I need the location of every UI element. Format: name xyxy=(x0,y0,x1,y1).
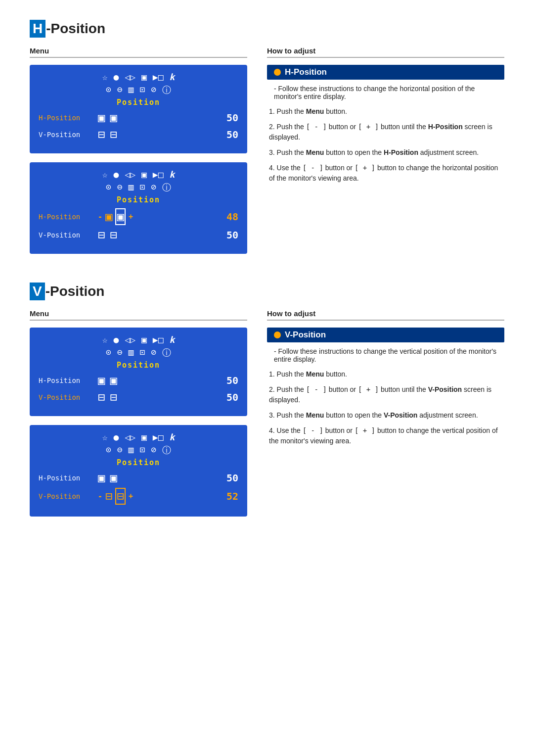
h-step2: 2. Push the [ - ] button or [ + ] button… xyxy=(267,122,504,142)
icon-vpos-left: ⊟ xyxy=(98,128,105,142)
v-step1: 1. Push the Menu button. xyxy=(267,369,504,379)
icon-triangle-v2: ◁▷ xyxy=(125,432,135,442)
v-screen2-v-label: V-Position xyxy=(39,492,98,500)
v-howto-title: V-Position xyxy=(285,330,326,340)
icon-ring-v1: ⊙ xyxy=(106,347,111,359)
icon-hpos2-left: ▣ xyxy=(105,210,112,224)
h-screen1-h-value: 50 xyxy=(223,112,238,124)
icon-hpos2-right: ▣ xyxy=(115,208,125,225)
icon-rect1: ▣ xyxy=(141,72,147,82)
h-screen2-h-label: H-Position xyxy=(39,213,98,221)
h-position-section: H -Position Menu ☆ ● ◁▷ ▣ ▶□ k ⊙ ⊖ ▥ xyxy=(30,20,504,263)
v-step2-bracket2: [ + ] xyxy=(358,385,379,393)
h-step3-bold2: H-Position xyxy=(384,148,418,156)
h-screen2: ☆ ● ◁▷ ▣ ▶□ k ⊙ ⊖ ▥ ⊡ ⊘ ⓘ Position H xyxy=(30,162,247,254)
h-screen1-h-label: H-Position xyxy=(39,114,98,122)
h-rest: -Position xyxy=(46,21,105,37)
h-highlight: H xyxy=(30,20,45,38)
v-screen1-v-value: 50 xyxy=(223,391,238,403)
icon-hpos-left: ▣ xyxy=(98,111,105,125)
icon-ring: ⊙ xyxy=(106,84,111,96)
h-howto-col: How to adjust H-Position - Follow these … xyxy=(267,47,504,263)
icon-grid2: ▥ xyxy=(129,182,134,193)
v-screen2-h-value: 50 xyxy=(223,472,238,484)
v-screen1-v-label: V-Position xyxy=(39,393,98,401)
v-screen1-h-label: H-Position xyxy=(39,377,98,384)
v-howto-title-bar: V-Position xyxy=(267,328,504,342)
h-menu-header: Menu xyxy=(30,47,247,58)
icon-contrast-v1: ● xyxy=(113,334,119,345)
h-screen1-v-icons: ⊟ ⊟ xyxy=(98,128,223,142)
h-step4: 4. Use the [ - ] button or [ + ] button … xyxy=(267,163,504,184)
icon-k-v1: k xyxy=(170,334,175,345)
h-howto-desc: - Follow these instructions to change th… xyxy=(267,85,504,100)
icon-smile: ⊖ xyxy=(117,84,123,96)
icon-k-v2: k xyxy=(170,432,175,442)
icon-triangle-v1: ◁▷ xyxy=(125,334,135,345)
icon-vpos-right: ⊟ xyxy=(110,128,117,142)
v-screen1-v-icons: ⊟ ⊟ xyxy=(98,390,223,404)
h-howto-title: H-Position xyxy=(285,67,327,77)
icon-hpos-v2-left: ▣ xyxy=(98,471,105,485)
v-step2-bracket1: [ - ] xyxy=(306,385,327,393)
icon-info-v2: ⓘ xyxy=(162,444,171,456)
h-screen2-h-row: H-Position - ▣ ▣ + 48 xyxy=(39,208,238,225)
icon-triangle: ◁▷ xyxy=(125,72,135,82)
v-howto-col: How to adjust V-Position - Follow these … xyxy=(267,309,504,525)
v-screen1-icons-row1: ☆ ● ◁▷ ▣ ▶□ k xyxy=(39,334,238,345)
v-rest: -Position xyxy=(45,284,105,299)
h-howto-header: How to adjust xyxy=(267,47,504,58)
icon-sun-v1: ☆ xyxy=(102,334,108,345)
h-howto-title-bar: H-Position xyxy=(267,65,504,80)
v-howto-desc: - Follow these instructions to change th… xyxy=(267,347,504,363)
icon-square: ⊡ xyxy=(139,84,145,96)
v-position-title: V -Position xyxy=(30,283,504,300)
v-step3-bold1: Menu xyxy=(306,411,324,419)
v-screen1-h-icons: ▣ ▣ xyxy=(98,374,223,387)
v-screen1-h-value: 50 xyxy=(223,375,238,386)
icon-smile-v1: ⊖ xyxy=(117,347,123,359)
h-screen2-h-value: 48 xyxy=(223,211,238,223)
v-menu-col: Menu ☆ ● ◁▷ ▣ ▶□ k ⊙ ⊖ ▥ ⊡ ⊘ ⓘ xyxy=(30,309,247,525)
v-screen2-icons-row2: ⊙ ⊖ ▥ ⊡ ⊘ ⓘ xyxy=(39,444,238,456)
h-screen1-v-label: V-Position xyxy=(39,131,98,139)
icon-info2: ⓘ xyxy=(162,182,171,193)
v-step4-bracket2: [ + ] xyxy=(355,426,375,434)
h-section-divider: Menu ☆ ● ◁▷ ▣ ▶□ k ⊙ ⊖ ▥ ⊡ ⊘ ⓘ xyxy=(30,47,504,263)
icon-sun: ☆ xyxy=(102,72,108,82)
v-highlight: V xyxy=(30,283,45,300)
h-screen1-icons-row2: ⊙ ⊖ ▥ ⊡ ⊘ ⓘ xyxy=(39,84,238,96)
v-screen1-title: Position xyxy=(39,361,238,370)
h-screen2-title: Position xyxy=(39,195,238,204)
icon-vpos2-left: ⊟ xyxy=(98,228,105,242)
icon-arrow-rect: ▶□ xyxy=(153,72,164,82)
v-screen2-h-label: H-Position xyxy=(39,474,98,482)
icon-arrow-rect-v1: ▶□ xyxy=(153,334,164,345)
v-section-divider: Menu ☆ ● ◁▷ ▣ ▶□ k ⊙ ⊖ ▥ ⊡ ⊘ ⓘ xyxy=(30,309,504,525)
icon-info-v1: ⓘ xyxy=(162,347,171,359)
icon-vpos-v2-right: ⊟ xyxy=(115,488,125,505)
v-step2-bold: V-Position xyxy=(428,385,462,393)
icon-ring-v2: ⊙ xyxy=(106,444,111,456)
v-screen2-v-value: 52 xyxy=(223,490,238,502)
h-screen2-h-icons: - ▣ ▣ + xyxy=(98,208,223,225)
v-screen2-icons-row1: ☆ ● ◁▷ ▣ ▶□ k xyxy=(39,432,238,442)
h-step3-bold1: Menu xyxy=(306,148,324,156)
v-howto-dot xyxy=(274,331,281,338)
icon-hpos-right: ▣ xyxy=(110,111,117,125)
v-step4: 4. Use the [ - ] button or [ + ] button … xyxy=(267,425,504,446)
h-screen2-icons-row1: ☆ ● ◁▷ ▣ ▶□ k xyxy=(39,169,238,180)
h-step4-bracket1: [ - ] xyxy=(303,164,323,172)
icon-circle-line2: ⊘ xyxy=(151,182,156,193)
h-screen2-v-row: V-Position ⊟ ⊟ 50 xyxy=(39,228,238,242)
icon-circle-line-v1: ⊘ xyxy=(151,347,156,359)
icon-contrast-v2: ● xyxy=(113,432,119,442)
h-step2-bold: H-Position xyxy=(428,123,463,131)
icon-vpos-v1-right: ⊟ xyxy=(110,390,117,404)
h-howto-dot xyxy=(274,69,281,76)
h-screen1-icons-row1: ☆ ● ◁▷ ▣ ▶□ k xyxy=(39,72,238,82)
v-screen2-v-row: V-Position - ⊟ ⊟ + 52 xyxy=(39,488,238,505)
v-step3: 3. Push the Menu button to open the V-Po… xyxy=(267,410,504,421)
v-step2: 2. Push the [ - ] button or [ + ] button… xyxy=(267,384,504,405)
icon-k2: k xyxy=(170,169,175,180)
